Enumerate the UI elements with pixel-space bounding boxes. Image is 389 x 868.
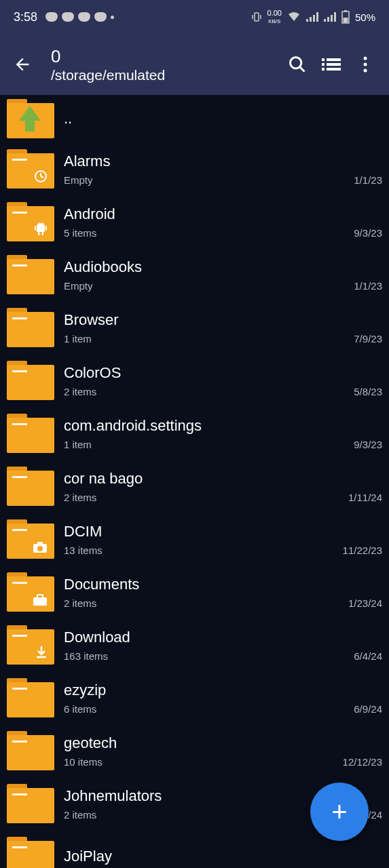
folder-icon	[7, 255, 54, 294]
svg-rect-21	[327, 68, 341, 71]
folder-date: 11/22/23	[343, 545, 382, 556]
folder-name: Documents	[64, 576, 382, 593]
folder-info: 2 items	[64, 597, 96, 609]
folder-row[interactable]: ColorOS2 items5/8/23	[0, 354, 389, 407]
folder-info: 5 items	[64, 227, 96, 239]
file-list[interactable]: .. AlarmsEmpty1/1/23Android5 items9/3/23…	[0, 95, 389, 868]
svg-rect-34	[42, 232, 44, 235]
folder-row[interactable]: Documents2 items1/23/24	[0, 566, 389, 618]
discord-icon	[45, 12, 58, 22]
folder-date: 1/1/23	[354, 280, 382, 292]
folder-row[interactable]: AlarmsEmpty1/1/23	[0, 142, 389, 195]
signal-icon	[324, 12, 336, 22]
svg-line-27	[41, 176, 43, 178]
folder-row[interactable]: ezyzip6 items6/9/24	[0, 671, 389, 724]
folder-info: Empty	[64, 280, 93, 292]
camera-icon	[33, 541, 48, 553]
svg-rect-9	[331, 15, 333, 22]
svg-rect-6	[316, 12, 318, 22]
svg-point-22	[364, 57, 367, 60]
folder-info: 163 items	[64, 650, 108, 662]
folder-name: ColorOS	[64, 364, 382, 382]
back-button[interactable]	[7, 50, 37, 80]
search-icon	[288, 55, 307, 74]
signal-icon	[306, 12, 318, 22]
discord-icon	[62, 12, 74, 22]
folder-up-icon	[7, 99, 54, 138]
folder-row[interactable]: cor na bago2 items1/11/24	[0, 460, 389, 513]
folder-row[interactable]: AudiobooksEmpty1/1/23	[0, 248, 389, 301]
view-button[interactable]	[314, 47, 348, 81]
svg-line-15	[300, 67, 305, 72]
folder-info: 1 item	[64, 333, 92, 344]
folder-date: 9/3/23	[354, 227, 382, 239]
folder-name: Android	[64, 205, 382, 223]
folder-date: 7/9/23	[354, 333, 382, 344]
current-path: /storage/emulated	[51, 67, 280, 83]
svg-rect-7	[324, 19, 326, 22]
folder-icon	[7, 202, 54, 241]
folder-info: 2 items	[64, 809, 96, 821]
folder-name: Alarms	[64, 153, 382, 170]
folder-info: 2 items	[64, 492, 96, 503]
data-speed: 0.00KB/S	[267, 9, 282, 24]
status-right: 0.00KB/S 50%	[251, 9, 375, 24]
dropdown-icon	[172, 72, 179, 79]
folder-icon	[7, 625, 54, 665]
parent-dir-row[interactable]: ..	[0, 95, 389, 142]
folder-info: Empty	[64, 174, 93, 186]
svg-rect-8	[327, 17, 329, 22]
notification-icons	[45, 12, 114, 22]
folder-row[interactable]: Browser1 item7/9/23	[0, 301, 389, 354]
folder-date: 6/4/24	[354, 650, 382, 662]
svg-rect-18	[322, 63, 325, 66]
folder-row[interactable]: Android5 items9/3/23	[0, 195, 389, 248]
folder-icon	[7, 149, 54, 189]
item-count: 0	[51, 46, 280, 67]
dot-icon	[111, 16, 114, 19]
folder-row[interactable]: geotech10 items12/12/23	[0, 724, 389, 777]
svg-rect-19	[327, 63, 341, 66]
app-bar: 0 /storage/emulated	[0, 34, 389, 95]
svg-rect-36	[37, 542, 43, 545]
svg-rect-3	[306, 19, 308, 22]
download-icon	[35, 646, 48, 659]
folder-row[interactable]: DCIM13 items11/22/23	[0, 513, 389, 566]
plus-icon: +	[331, 797, 347, 827]
add-fab[interactable]: +	[310, 783, 369, 841]
folder-icon	[7, 467, 54, 506]
folder-date: 12/12/23	[343, 756, 382, 768]
svg-point-23	[364, 63, 367, 66]
folder-date: 6/9/24	[354, 703, 382, 715]
folder-date: 1/11/24	[348, 492, 382, 503]
parent-dir-name: ..	[64, 110, 382, 127]
search-button[interactable]	[280, 47, 314, 81]
battery-icon	[341, 10, 350, 24]
svg-rect-13	[343, 18, 348, 22]
svg-point-14	[291, 58, 301, 68]
svg-point-37	[37, 546, 43, 551]
folder-row[interactable]: com.android.settings1 item9/3/23	[0, 407, 389, 460]
folder-info: 6 items	[64, 703, 96, 715]
discord-icon	[94, 12, 107, 22]
folder-icon	[7, 784, 54, 823]
more-button[interactable]	[348, 47, 382, 81]
android-icon	[34, 221, 48, 236]
folder-date: 5/8/23	[354, 386, 382, 397]
folder-name: com.android.settings	[64, 417, 382, 435]
folder-info: 2 items	[64, 386, 96, 397]
title-area[interactable]: 0 /storage/emulated	[51, 46, 280, 83]
svg-rect-5	[313, 15, 315, 22]
svg-rect-16	[322, 58, 325, 61]
folder-info: 1 item	[64, 439, 92, 450]
folder-name: ezyzip	[64, 682, 382, 699]
svg-rect-39	[37, 595, 43, 598]
folder-row[interactable]: Download163 items6/4/24	[0, 618, 389, 671]
briefcase-icon	[33, 594, 48, 606]
status-time: 3:58	[14, 10, 37, 24]
folder-name: geotech	[64, 734, 382, 752]
folder-name: Browser	[64, 311, 382, 329]
arrow-left-icon	[13, 55, 32, 74]
folder-icon	[7, 572, 54, 612]
folder-icon	[7, 837, 54, 868]
